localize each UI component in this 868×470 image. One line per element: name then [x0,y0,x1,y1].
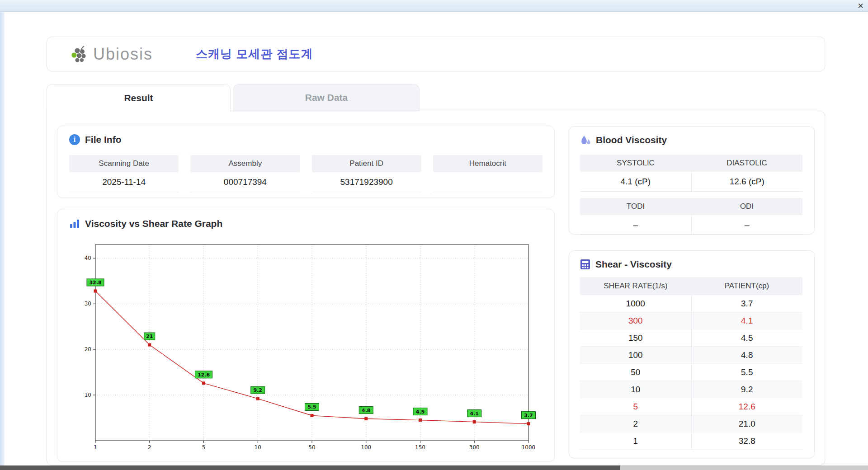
table-row: 1504.5 [580,329,802,347]
shear-viscosity-table: SHEAR RATE(1/s) PATIENT(cp) 10003.73004.… [580,277,802,450]
svg-text:1: 1 [94,444,97,451]
svg-text:4.8: 4.8 [362,408,371,414]
tab-raw-data[interactable]: Raw Data [233,84,420,111]
todi-value: – [580,215,691,235]
field-label: Scanning Date [69,155,179,172]
file-info-title: File Info [85,134,122,145]
svg-text:3.7: 3.7 [524,413,533,418]
window-left-edge [0,12,5,465]
field-value: 000717394 [190,172,300,192]
column-header-patient: PATIENT(cp) [691,277,802,295]
info-icon: i [69,134,80,145]
column-header: ODI [691,198,802,215]
viscosity-chart: 102030401251050100150300100032.82112.69.… [69,235,544,461]
blood-viscosity-title: Blood Viscosity [596,135,667,146]
shear-rate-cell: 300 [580,312,691,329]
graph-card: Viscosity vs Shear Rate Graph 1020304012… [57,209,555,462]
field-label: Patient ID [312,155,421,172]
svg-text:50: 50 [308,444,315,451]
patient-viscosity-cell: 5.5 [691,364,803,381]
svg-text:4.5: 4.5 [416,409,425,415]
field-label: Hematocrit [433,155,542,172]
svg-text:5: 5 [202,444,206,451]
field-scanning-date: Scanning Date 2025-11-14 [69,155,179,192]
svg-text:10: 10 [85,392,91,398]
patient-viscosity-cell: 4.5 [691,329,803,346]
svg-text:300: 300 [469,444,480,451]
table-row: 221.0 [580,415,802,432]
patient-viscosity-cell: 4.8 [691,347,803,363]
table-row: 1004.8 [580,347,802,364]
table-row: 10003.7 [580,295,802,312]
result-panel: i File Info Scanning Date 2025-11-14 Ass… [47,111,825,465]
column-header: DIASTOLIC [691,155,802,172]
patient-viscosity-cell: 9.2 [691,381,803,398]
logo: Ubiosis [70,45,153,64]
calculator-icon [580,259,590,270]
window-title-bar [0,0,868,12]
svg-text:40: 40 [85,255,91,261]
logo-grape-icon [70,45,90,64]
shear-viscosity-card: Shear - Viscosity SHEAR RATE(1/s) PATIEN… [569,250,815,458]
table-row: 3004.1 [580,312,802,329]
bar-chart-icon [69,219,80,229]
close-icon[interactable]: × [858,0,863,11]
column-header: TODI [580,198,691,215]
shear-rate-cell: 2 [580,415,691,432]
graph-title: Viscosity vs Shear Rate Graph [85,218,222,229]
logo-text: Ubiosis [93,45,153,64]
chart-area: 102030401251050100150300100032.82112.69.… [69,235,544,462]
shear-rate-cell: 1000 [580,295,691,312]
table-row: 505.5 [580,364,802,381]
background-strip [620,465,868,470]
shear-rate-cell: 5 [580,398,691,415]
field-label: Assembly [190,155,300,172]
svg-text:20: 20 [85,346,91,352]
svg-text:30: 30 [85,301,91,307]
table-row: 109.2 [580,381,802,398]
diastolic-value: 12.6 (cP) [691,172,803,191]
page-title: 스캐닝 모세관 점도계 [196,46,313,62]
table-row: 512.6 [580,398,802,415]
table-row: 132.8 [580,432,802,450]
shear-rate-cell: 100 [580,347,691,363]
shear-rate-cell: 150 [580,329,691,346]
tab-result[interactable]: Result [47,84,231,112]
systolic-value: 4.1 (cP) [580,172,691,191]
svg-text:9.2: 9.2 [254,387,263,393]
file-info-card: i File Info Scanning Date 2025-11-14 Ass… [57,126,555,198]
water-drop-icon [580,135,591,146]
field-value: 2025-11-14 [69,172,179,192]
app-header: Ubiosis 스캐닝 모세관 점도계 [47,37,825,71]
svg-text:21: 21 [146,334,153,339]
shear-viscosity-table-body: 10003.73004.11504.51004.8505.5109.2512.6… [580,295,802,450]
column-header-shear-rate: SHEAR RATE(1/s) [580,277,691,295]
field-assembly: Assembly 000717394 [190,155,300,192]
patient-viscosity-cell: 21.0 [691,415,803,432]
background-window-strip [0,465,620,470]
field-value [433,172,542,192]
patient-viscosity-cell: 4.1 [691,312,803,329]
field-value: 53171923900 [312,172,421,192]
svg-text:1000: 1000 [522,444,536,451]
svg-text:5.5: 5.5 [307,404,316,410]
patient-viscosity-cell: 3.7 [691,295,803,312]
svg-text:12.6: 12.6 [198,372,210,378]
shear-viscosity-title: Shear - Viscosity [595,259,672,270]
patient-viscosity-cell: 12.6 [691,398,803,415]
svg-text:4.1: 4.1 [470,411,479,417]
odi-value: – [691,215,803,235]
svg-text:10: 10 [255,444,261,451]
patient-viscosity-cell: 32.8 [691,432,803,449]
blood-viscosity-table: SYSTOLIC DIASTOLIC 4.1 (cP) 12.6 (cP) TO… [580,155,802,235]
svg-text:150: 150 [415,444,425,451]
column-header: SYSTOLIC [580,155,691,172]
field-hematocrit: Hematocrit [433,155,542,192]
shear-rate-cell: 50 [580,364,691,381]
shear-rate-cell: 1 [580,432,691,449]
field-patient-id: Patient ID 53171923900 [312,155,421,192]
svg-text:32.8: 32.8 [89,280,101,286]
shear-rate-cell: 10 [580,381,691,398]
blood-viscosity-card: Blood Viscosity SYSTOLIC DIASTOLIC 4.1 (… [569,126,815,235]
svg-text:100: 100 [361,444,371,451]
